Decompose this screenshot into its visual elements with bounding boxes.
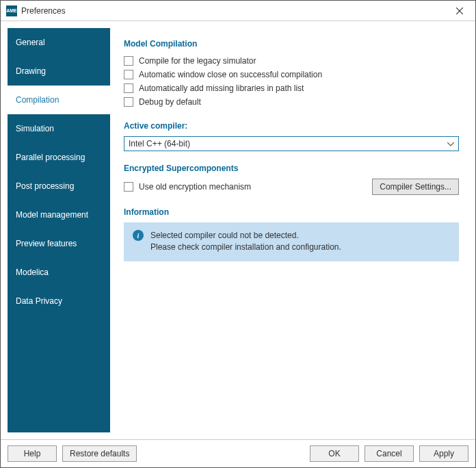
sidebar-item-label: Preview features: [16, 239, 77, 248]
info-box: i Selected compiler could not be detecte…: [124, 222, 459, 261]
option-debug-default[interactable]: Debug by default: [124, 95, 459, 109]
option-label: Compile for the legacy simulator: [139, 56, 256, 66]
sidebar-item-general[interactable]: General: [8, 28, 110, 57]
select-value: Intel C++ (64-bit): [129, 139, 190, 148]
sidebar-item-simulation[interactable]: Simulation: [8, 114, 110, 143]
close-icon: [456, 8, 463, 14]
option-label: Debug by default: [139, 97, 201, 107]
cancel-button[interactable]: Cancel: [365, 445, 414, 462]
sidebar-item-label: General: [16, 38, 45, 47]
checkbox-icon[interactable]: [124, 83, 133, 93]
checkbox-icon[interactable]: [124, 70, 133, 79]
titlebar: AME Preferences: [1, 1, 475, 21]
info-icon: i: [133, 230, 144, 241]
info-line1: Selected compiler could not be detected.: [150, 231, 299, 240]
sidebar: General Drawing Compilation Simulation P…: [8, 28, 110, 432]
option-label: Automatic window close on successful com…: [139, 70, 322, 79]
sidebar-item-label: Drawing: [16, 66, 46, 76]
sidebar-item-post-processing[interactable]: Post processing: [8, 172, 110, 200]
sidebar-item-label: Model management: [16, 210, 88, 220]
checkbox-icon[interactable]: [124, 97, 133, 107]
option-label: Use old encryption mechanism: [139, 182, 251, 192]
section-encrypted-title: Encrypted Supercomponents: [124, 164, 459, 173]
apply-button[interactable]: Apply: [419, 445, 468, 462]
sidebar-item-label: Modelica: [16, 268, 49, 277]
option-auto-add-libs[interactable]: Automatically add missing libraries in p…: [124, 81, 459, 95]
app-icon: AME: [6, 5, 17, 16]
sidebar-item-label: Simulation: [16, 124, 54, 133]
sidebar-item-compilation[interactable]: Compilation: [8, 86, 110, 114]
option-old-encryption[interactable]: Use old encryption mechanism: [124, 180, 367, 194]
footer: Help Restore defaults OK Cancel Apply: [1, 439, 475, 467]
preferences-window: AME Preferences General Drawing Compilat…: [0, 0, 476, 468]
sidebar-item-label: Post processing: [16, 181, 74, 191]
chevron-down-icon: [447, 139, 454, 148]
sidebar-item-preview-features[interactable]: Preview features: [8, 229, 110, 258]
section-information-title: Information: [124, 207, 459, 217]
content-area: General Drawing Compilation Simulation P…: [1, 21, 475, 439]
option-compile-legacy[interactable]: Compile for the legacy simulator: [124, 54, 459, 68]
active-compiler-select[interactable]: Intel C++ (64-bit): [124, 136, 459, 151]
sidebar-item-model-management[interactable]: Model management: [8, 200, 110, 229]
main-panel: Model Compilation Compile for the legacy…: [110, 28, 468, 432]
info-text: Selected compiler could not be detected.…: [150, 230, 341, 254]
sidebar-item-drawing[interactable]: Drawing: [8, 57, 110, 86]
compiler-settings-button[interactable]: Compiler Settings...: [372, 179, 459, 195]
ok-button[interactable]: OK: [310, 445, 359, 462]
checkbox-icon[interactable]: [124, 182, 133, 192]
info-line2: Please check compiler installation and c…: [150, 242, 341, 252]
restore-defaults-button[interactable]: Restore defaults: [62, 445, 137, 462]
sidebar-item-label: Data Privacy: [16, 296, 62, 306]
close-button[interactable]: [449, 3, 470, 19]
section-model-compilation-title: Model Compilation: [124, 39, 459, 49]
sidebar-item-label: Compilation: [16, 95, 59, 105]
checkbox-icon[interactable]: [124, 56, 133, 66]
help-button[interactable]: Help: [8, 445, 57, 462]
section-active-compiler-title: Active compiler:: [124, 121, 459, 131]
window-title: Preferences: [21, 6, 66, 16]
option-label: Automatically add missing libraries in p…: [139, 83, 304, 93]
sidebar-item-data-privacy[interactable]: Data Privacy: [8, 287, 110, 315]
sidebar-item-parallel-processing[interactable]: Parallel processing: [8, 143, 110, 172]
sidebar-item-modelica[interactable]: Modelica: [8, 258, 110, 287]
sidebar-item-label: Parallel processing: [16, 153, 85, 162]
option-auto-close[interactable]: Automatic window close on successful com…: [124, 68, 459, 81]
